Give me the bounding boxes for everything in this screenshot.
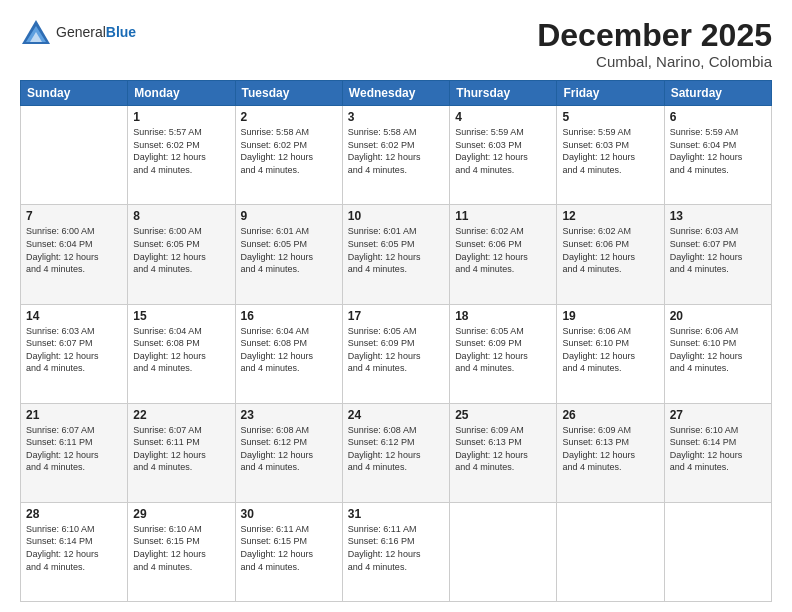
col-header-saturday: Saturday bbox=[664, 81, 771, 106]
cell-info: Sunrise: 6:01 AM Sunset: 6:05 PM Dayligh… bbox=[241, 225, 337, 275]
day-number: 5 bbox=[562, 110, 658, 124]
day-number: 24 bbox=[348, 408, 444, 422]
logo-general: General bbox=[56, 24, 106, 40]
day-number: 20 bbox=[670, 309, 766, 323]
day-number: 4 bbox=[455, 110, 551, 124]
cell-info: Sunrise: 5:59 AM Sunset: 6:03 PM Dayligh… bbox=[455, 126, 551, 176]
day-number: 26 bbox=[562, 408, 658, 422]
day-number: 10 bbox=[348, 209, 444, 223]
calendar-week-4: 21Sunrise: 6:07 AM Sunset: 6:11 PM Dayli… bbox=[21, 403, 772, 502]
cell-info: Sunrise: 6:11 AM Sunset: 6:16 PM Dayligh… bbox=[348, 523, 444, 573]
day-number: 14 bbox=[26, 309, 122, 323]
calendar-cell: 30Sunrise: 6:11 AM Sunset: 6:15 PM Dayli… bbox=[235, 502, 342, 601]
cell-info: Sunrise: 6:09 AM Sunset: 6:13 PM Dayligh… bbox=[562, 424, 658, 474]
calendar-week-2: 7Sunrise: 6:00 AM Sunset: 6:04 PM Daylig… bbox=[21, 205, 772, 304]
cell-info: Sunrise: 5:58 AM Sunset: 6:02 PM Dayligh… bbox=[241, 126, 337, 176]
cell-info: Sunrise: 6:08 AM Sunset: 6:12 PM Dayligh… bbox=[241, 424, 337, 474]
calendar-cell: 24Sunrise: 6:08 AM Sunset: 6:12 PM Dayli… bbox=[342, 403, 449, 502]
day-number: 21 bbox=[26, 408, 122, 422]
cell-info: Sunrise: 6:07 AM Sunset: 6:11 PM Dayligh… bbox=[133, 424, 229, 474]
col-header-thursday: Thursday bbox=[450, 81, 557, 106]
calendar-cell: 19Sunrise: 6:06 AM Sunset: 6:10 PM Dayli… bbox=[557, 304, 664, 403]
day-number: 23 bbox=[241, 408, 337, 422]
day-number: 9 bbox=[241, 209, 337, 223]
cell-info: Sunrise: 6:03 AM Sunset: 6:07 PM Dayligh… bbox=[26, 325, 122, 375]
page: GeneralBlue December 2025 Cumbal, Narino… bbox=[0, 0, 792, 612]
day-number: 15 bbox=[133, 309, 229, 323]
logo: GeneralBlue bbox=[20, 18, 136, 46]
day-number: 2 bbox=[241, 110, 337, 124]
cell-info: Sunrise: 6:00 AM Sunset: 6:05 PM Dayligh… bbox=[133, 225, 229, 275]
title-block: December 2025 Cumbal, Narino, Colombia bbox=[537, 18, 772, 70]
calendar-cell: 28Sunrise: 6:10 AM Sunset: 6:14 PM Dayli… bbox=[21, 502, 128, 601]
day-number: 16 bbox=[241, 309, 337, 323]
day-number: 13 bbox=[670, 209, 766, 223]
calendar-cell: 14Sunrise: 6:03 AM Sunset: 6:07 PM Dayli… bbox=[21, 304, 128, 403]
col-header-wednesday: Wednesday bbox=[342, 81, 449, 106]
calendar-cell: 17Sunrise: 6:05 AM Sunset: 6:09 PM Dayli… bbox=[342, 304, 449, 403]
day-number: 7 bbox=[26, 209, 122, 223]
calendar: SundayMondayTuesdayWednesdayThursdayFrid… bbox=[20, 80, 772, 602]
month-title: December 2025 bbox=[537, 18, 772, 53]
calendar-cell bbox=[21, 106, 128, 205]
cell-info: Sunrise: 6:10 AM Sunset: 6:14 PM Dayligh… bbox=[26, 523, 122, 573]
day-number: 17 bbox=[348, 309, 444, 323]
calendar-cell: 16Sunrise: 6:04 AM Sunset: 6:08 PM Dayli… bbox=[235, 304, 342, 403]
cell-info: Sunrise: 5:57 AM Sunset: 6:02 PM Dayligh… bbox=[133, 126, 229, 176]
calendar-cell bbox=[664, 502, 771, 601]
day-number: 29 bbox=[133, 507, 229, 521]
day-number: 11 bbox=[455, 209, 551, 223]
calendar-cell: 2Sunrise: 5:58 AM Sunset: 6:02 PM Daylig… bbox=[235, 106, 342, 205]
day-number: 22 bbox=[133, 408, 229, 422]
calendar-cell: 10Sunrise: 6:01 AM Sunset: 6:05 PM Dayli… bbox=[342, 205, 449, 304]
calendar-week-1: 1Sunrise: 5:57 AM Sunset: 6:02 PM Daylig… bbox=[21, 106, 772, 205]
cell-info: Sunrise: 5:58 AM Sunset: 6:02 PM Dayligh… bbox=[348, 126, 444, 176]
calendar-cell: 31Sunrise: 6:11 AM Sunset: 6:16 PM Dayli… bbox=[342, 502, 449, 601]
calendar-week-3: 14Sunrise: 6:03 AM Sunset: 6:07 PM Dayli… bbox=[21, 304, 772, 403]
calendar-cell: 29Sunrise: 6:10 AM Sunset: 6:15 PM Dayli… bbox=[128, 502, 235, 601]
calendar-cell: 27Sunrise: 6:10 AM Sunset: 6:14 PM Dayli… bbox=[664, 403, 771, 502]
day-number: 27 bbox=[670, 408, 766, 422]
calendar-cell: 26Sunrise: 6:09 AM Sunset: 6:13 PM Dayli… bbox=[557, 403, 664, 502]
cell-info: Sunrise: 5:59 AM Sunset: 6:04 PM Dayligh… bbox=[670, 126, 766, 176]
cell-info: Sunrise: 6:01 AM Sunset: 6:05 PM Dayligh… bbox=[348, 225, 444, 275]
calendar-cell: 7Sunrise: 6:00 AM Sunset: 6:04 PM Daylig… bbox=[21, 205, 128, 304]
day-number: 28 bbox=[26, 507, 122, 521]
calendar-cell: 9Sunrise: 6:01 AM Sunset: 6:05 PM Daylig… bbox=[235, 205, 342, 304]
calendar-cell: 13Sunrise: 6:03 AM Sunset: 6:07 PM Dayli… bbox=[664, 205, 771, 304]
calendar-cell: 18Sunrise: 6:05 AM Sunset: 6:09 PM Dayli… bbox=[450, 304, 557, 403]
calendar-cell: 15Sunrise: 6:04 AM Sunset: 6:08 PM Dayli… bbox=[128, 304, 235, 403]
day-number: 1 bbox=[133, 110, 229, 124]
col-header-tuesday: Tuesday bbox=[235, 81, 342, 106]
cell-info: Sunrise: 6:00 AM Sunset: 6:04 PM Dayligh… bbox=[26, 225, 122, 275]
cell-info: Sunrise: 6:04 AM Sunset: 6:08 PM Dayligh… bbox=[241, 325, 337, 375]
cell-info: Sunrise: 6:06 AM Sunset: 6:10 PM Dayligh… bbox=[562, 325, 658, 375]
col-header-friday: Friday bbox=[557, 81, 664, 106]
calendar-cell: 20Sunrise: 6:06 AM Sunset: 6:10 PM Dayli… bbox=[664, 304, 771, 403]
calendar-cell: 23Sunrise: 6:08 AM Sunset: 6:12 PM Dayli… bbox=[235, 403, 342, 502]
day-number: 6 bbox=[670, 110, 766, 124]
cell-info: Sunrise: 6:05 AM Sunset: 6:09 PM Dayligh… bbox=[348, 325, 444, 375]
cell-info: Sunrise: 5:59 AM Sunset: 6:03 PM Dayligh… bbox=[562, 126, 658, 176]
calendar-week-5: 28Sunrise: 6:10 AM Sunset: 6:14 PM Dayli… bbox=[21, 502, 772, 601]
cell-info: Sunrise: 6:02 AM Sunset: 6:06 PM Dayligh… bbox=[455, 225, 551, 275]
calendar-cell bbox=[557, 502, 664, 601]
day-number: 12 bbox=[562, 209, 658, 223]
day-number: 8 bbox=[133, 209, 229, 223]
calendar-cell: 5Sunrise: 5:59 AM Sunset: 6:03 PM Daylig… bbox=[557, 106, 664, 205]
day-number: 18 bbox=[455, 309, 551, 323]
cell-info: Sunrise: 6:04 AM Sunset: 6:08 PM Dayligh… bbox=[133, 325, 229, 375]
cell-info: Sunrise: 6:09 AM Sunset: 6:13 PM Dayligh… bbox=[455, 424, 551, 474]
calendar-cell: 3Sunrise: 5:58 AM Sunset: 6:02 PM Daylig… bbox=[342, 106, 449, 205]
calendar-cell bbox=[450, 502, 557, 601]
calendar-header-row: SundayMondayTuesdayWednesdayThursdayFrid… bbox=[21, 81, 772, 106]
calendar-cell: 22Sunrise: 6:07 AM Sunset: 6:11 PM Dayli… bbox=[128, 403, 235, 502]
cell-info: Sunrise: 6:05 AM Sunset: 6:09 PM Dayligh… bbox=[455, 325, 551, 375]
calendar-cell: 25Sunrise: 6:09 AM Sunset: 6:13 PM Dayli… bbox=[450, 403, 557, 502]
day-number: 31 bbox=[348, 507, 444, 521]
logo-text: GeneralBlue bbox=[56, 24, 136, 40]
day-number: 30 bbox=[241, 507, 337, 521]
cell-info: Sunrise: 6:06 AM Sunset: 6:10 PM Dayligh… bbox=[670, 325, 766, 375]
cell-info: Sunrise: 6:10 AM Sunset: 6:14 PM Dayligh… bbox=[670, 424, 766, 474]
cell-info: Sunrise: 6:03 AM Sunset: 6:07 PM Dayligh… bbox=[670, 225, 766, 275]
